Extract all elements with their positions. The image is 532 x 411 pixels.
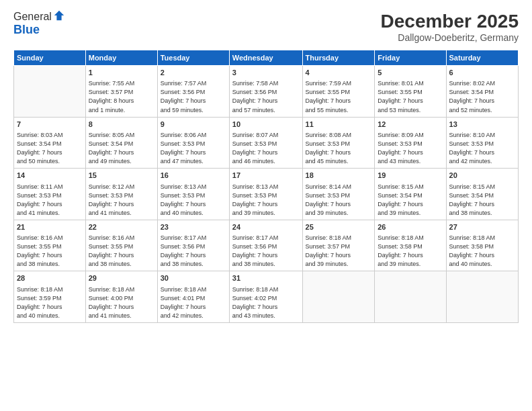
- logo-icon: [53, 9, 65, 21]
- calendar-week-2: 7Sunrise: 8:03 AMSunset: 3:54 PMDaylight…: [14, 117, 519, 169]
- calendar-cell: 19Sunrise: 8:15 AMSunset: 3:54 PMDayligh…: [375, 169, 446, 220]
- day-info: Sunrise: 8:16 AMSunset: 3:55 PMDaylight:…: [17, 234, 83, 269]
- th-saturday: Saturday: [446, 50, 518, 66]
- calendar-cell: 13Sunrise: 8:10 AMSunset: 3:53 PMDayligh…: [446, 117, 518, 169]
- day-info: Sunrise: 8:18 AMSunset: 4:00 PMDaylight:…: [89, 285, 154, 320]
- day-number: 12: [378, 120, 443, 130]
- day-number: 30: [161, 273, 226, 283]
- day-info: Sunrise: 8:17 AMSunset: 3:56 PMDaylight:…: [232, 234, 300, 269]
- day-info: Sunrise: 8:18 AMSunset: 3:58 PMDaylight:…: [378, 234, 443, 269]
- calendar-cell: 16Sunrise: 8:13 AMSunset: 3:53 PMDayligh…: [157, 169, 229, 220]
- page: General Blue December 2025 Dallgow-Doebe…: [0, 0, 532, 411]
- calendar-cell: 3Sunrise: 7:58 AMSunset: 3:56 PMDaylight…: [229, 66, 302, 118]
- day-number: 22: [89, 222, 154, 232]
- calendar-cell: 21Sunrise: 8:16 AMSunset: 3:55 PMDayligh…: [14, 220, 86, 271]
- day-info: Sunrise: 8:09 AMSunset: 3:53 PMDaylight:…: [378, 131, 443, 166]
- day-info: Sunrise: 8:06 AMSunset: 3:53 PMDaylight:…: [161, 131, 226, 166]
- day-number: 4: [306, 68, 372, 78]
- calendar-cell: 6Sunrise: 8:02 AMSunset: 3:54 PMDaylight…: [446, 66, 518, 118]
- calendar-cell: 31Sunrise: 8:18 AMSunset: 4:02 PMDayligh…: [229, 271, 302, 323]
- th-monday: Monday: [85, 50, 157, 66]
- calendar-cell: 29Sunrise: 8:18 AMSunset: 4:00 PMDayligh…: [85, 271, 157, 323]
- day-number: 10: [232, 120, 300, 130]
- calendar-cell: 1Sunrise: 7:55 AMSunset: 3:57 PMDaylight…: [85, 66, 157, 118]
- day-number: 24: [232, 222, 300, 232]
- day-info: Sunrise: 8:01 AMSunset: 3:55 PMDaylight:…: [378, 79, 443, 114]
- th-friday: Friday: [375, 50, 446, 66]
- day-info: Sunrise: 7:58 AMSunset: 3:56 PMDaylight:…: [232, 79, 300, 114]
- day-info: Sunrise: 8:15 AMSunset: 3:54 PMDaylight:…: [378, 183, 443, 218]
- calendar-cell: 26Sunrise: 8:18 AMSunset: 3:58 PMDayligh…: [375, 220, 446, 271]
- title-block: December 2025 Dallgow-Doeberitz, Germany: [381, 11, 519, 43]
- day-number: 2: [161, 68, 226, 78]
- day-info: Sunrise: 8:08 AMSunset: 3:53 PMDaylight:…: [306, 131, 372, 166]
- logo: General Blue: [13, 11, 65, 37]
- th-tuesday: Tuesday: [157, 50, 229, 66]
- th-thursday: Thursday: [302, 50, 375, 66]
- day-number: 21: [17, 222, 83, 232]
- day-info: Sunrise: 8:12 AMSunset: 3:53 PMDaylight:…: [89, 183, 154, 218]
- day-number: 20: [449, 171, 515, 181]
- day-number: 31: [232, 273, 300, 283]
- calendar-week-1: 1Sunrise: 7:55 AMSunset: 3:57 PMDaylight…: [14, 66, 519, 118]
- day-info: Sunrise: 8:18 AMSunset: 3:59 PMDaylight:…: [17, 285, 83, 320]
- svg-marker-0: [54, 11, 64, 20]
- day-number: 14: [17, 171, 83, 181]
- day-number: 27: [449, 222, 515, 232]
- calendar-cell: [302, 271, 375, 323]
- day-info: Sunrise: 8:13 AMSunset: 3:53 PMDaylight:…: [232, 183, 300, 218]
- day-number: 16: [161, 171, 226, 181]
- calendar-cell: 12Sunrise: 8:09 AMSunset: 3:53 PMDayligh…: [375, 117, 446, 169]
- calendar-week-4: 21Sunrise: 8:16 AMSunset: 3:55 PMDayligh…: [14, 220, 519, 271]
- calendar-cell: 9Sunrise: 8:06 AMSunset: 3:53 PMDaylight…: [157, 117, 229, 169]
- day-number: 9: [161, 120, 226, 130]
- day-number: 25: [306, 222, 372, 232]
- day-info: Sunrise: 8:18 AMSunset: 4:02 PMDaylight:…: [232, 285, 300, 320]
- header: General Blue December 2025 Dallgow-Doebe…: [13, 11, 519, 43]
- calendar-cell: 7Sunrise: 8:03 AMSunset: 3:54 PMDaylight…: [14, 117, 86, 169]
- day-number: 18: [306, 171, 372, 181]
- day-info: Sunrise: 8:03 AMSunset: 3:54 PMDaylight:…: [17, 131, 83, 166]
- calendar-cell: [375, 271, 446, 323]
- calendar-table: Sunday Monday Tuesday Wednesday Thursday…: [13, 50, 519, 323]
- day-info: Sunrise: 8:10 AMSunset: 3:53 PMDaylight:…: [449, 131, 515, 166]
- calendar-cell: 27Sunrise: 8:18 AMSunset: 3:58 PMDayligh…: [446, 220, 518, 271]
- calendar-cell: 23Sunrise: 8:17 AMSunset: 3:56 PMDayligh…: [157, 220, 229, 271]
- day-info: Sunrise: 8:18 AMSunset: 4:01 PMDaylight:…: [161, 285, 226, 320]
- day-number: 8: [89, 120, 154, 130]
- day-info: Sunrise: 8:18 AMSunset: 3:57 PMDaylight:…: [306, 234, 372, 269]
- calendar-cell: 25Sunrise: 8:18 AMSunset: 3:57 PMDayligh…: [302, 220, 375, 271]
- calendar-cell: 8Sunrise: 8:05 AMSunset: 3:54 PMDaylight…: [85, 117, 157, 169]
- location-subtitle: Dallgow-Doeberitz, Germany: [381, 32, 519, 43]
- weekday-header-row: Sunday Monday Tuesday Wednesday Thursday…: [14, 50, 519, 66]
- day-info: Sunrise: 8:14 AMSunset: 3:53 PMDaylight:…: [306, 183, 372, 218]
- day-info: Sunrise: 8:05 AMSunset: 3:54 PMDaylight:…: [89, 131, 154, 166]
- day-number: 19: [378, 171, 443, 181]
- calendar-cell: 20Sunrise: 8:15 AMSunset: 3:54 PMDayligh…: [446, 169, 518, 220]
- calendar-week-3: 14Sunrise: 8:11 AMSunset: 3:53 PMDayligh…: [14, 169, 519, 220]
- month-title: December 2025: [381, 11, 519, 32]
- calendar-cell: 17Sunrise: 8:13 AMSunset: 3:53 PMDayligh…: [229, 169, 302, 220]
- calendar-cell: [14, 66, 86, 118]
- day-number: 23: [161, 222, 226, 232]
- day-info: Sunrise: 8:16 AMSunset: 3:55 PMDaylight:…: [89, 234, 154, 269]
- day-info: Sunrise: 8:13 AMSunset: 3:53 PMDaylight:…: [161, 183, 226, 218]
- logo-blue-text: Blue: [13, 23, 40, 36]
- calendar-cell: 28Sunrise: 8:18 AMSunset: 3:59 PMDayligh…: [14, 271, 86, 323]
- day-info: Sunrise: 8:07 AMSunset: 3:53 PMDaylight:…: [232, 131, 300, 166]
- day-info: Sunrise: 8:17 AMSunset: 3:56 PMDaylight:…: [161, 234, 226, 269]
- calendar-cell: 24Sunrise: 8:17 AMSunset: 3:56 PMDayligh…: [229, 220, 302, 271]
- day-info: Sunrise: 7:59 AMSunset: 3:55 PMDaylight:…: [306, 79, 372, 114]
- calendar-cell: 5Sunrise: 8:01 AMSunset: 3:55 PMDaylight…: [375, 66, 446, 118]
- calendar-cell: 14Sunrise: 8:11 AMSunset: 3:53 PMDayligh…: [14, 169, 86, 220]
- calendar-week-5: 28Sunrise: 8:18 AMSunset: 3:59 PMDayligh…: [14, 271, 519, 323]
- day-info: Sunrise: 8:15 AMSunset: 3:54 PMDaylight:…: [449, 183, 515, 218]
- calendar-cell: 2Sunrise: 7:57 AMSunset: 3:56 PMDaylight…: [157, 66, 229, 118]
- day-number: 5: [378, 68, 443, 78]
- day-number: 3: [232, 68, 300, 78]
- day-number: 1: [89, 68, 154, 78]
- calendar-cell: 11Sunrise: 8:08 AMSunset: 3:53 PMDayligh…: [302, 117, 375, 169]
- calendar-cell: 15Sunrise: 8:12 AMSunset: 3:53 PMDayligh…: [85, 169, 157, 220]
- calendar-cell: 10Sunrise: 8:07 AMSunset: 3:53 PMDayligh…: [229, 117, 302, 169]
- day-info: Sunrise: 7:55 AMSunset: 3:57 PMDaylight:…: [89, 79, 154, 114]
